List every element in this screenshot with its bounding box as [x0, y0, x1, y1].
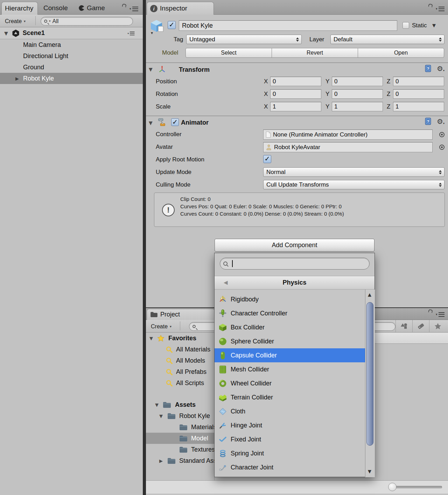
scroll-down-icon[interactable]: ▼: [368, 469, 371, 474]
position-y-field[interactable]: 0: [332, 77, 383, 86]
update-mode-dropdown[interactable]: Normal: [263, 167, 444, 177]
help-icon[interactable]: ?: [425, 118, 431, 125]
expand-arrow-icon[interactable]: ▼: [4, 31, 8, 36]
tab-project[interactable]: Project: [147, 309, 215, 320]
component-item-sphere-collider[interactable]: Sphere Collider: [215, 334, 365, 348]
gameobject-dropdown-icon[interactable]: ▾: [151, 31, 153, 35]
search-filter-arrow-icon[interactable]: ▾: [49, 20, 51, 23]
component-search-input[interactable]: [234, 260, 238, 267]
scene-menu-icon[interactable]: ▾: [127, 32, 134, 35]
apply-root-motion-checkbox[interactable]: ✓: [263, 155, 271, 163]
open-button[interactable]: Open: [358, 48, 444, 58]
gear-icon[interactable]: ⚙▾: [437, 65, 444, 72]
folder-icon: [179, 446, 188, 453]
project-item-materials[interactable]: Materials: [146, 421, 214, 433]
panel-menu-icon[interactable]: ▾: [436, 312, 444, 317]
project-item-all-models[interactable]: All Models: [146, 355, 214, 366]
project-item-all-prefabs[interactable]: All Prefabs: [146, 366, 214, 377]
project-item-favorites[interactable]: ▼Favorites: [146, 333, 214, 344]
layer-dropdown[interactable]: Default: [330, 35, 444, 44]
hierarchy-search-input[interactable]: [52, 18, 130, 25]
tab-hierarchy[interactable]: Hierarchy: [1, 2, 38, 15]
static-dropdown-icon[interactable]: ▼: [432, 23, 436, 28]
project-item-standard-assets[interactable]: ▶Standard Assets: [146, 455, 214, 466]
static-checkbox[interactable]: [402, 22, 409, 29]
expand-arrow-icon[interactable]: ▼: [159, 414, 163, 418]
component-item-character-joint[interactable]: Character Joint: [215, 460, 365, 474]
scale-x-field[interactable]: 1: [270, 102, 321, 111]
hierarchy-item-ground[interactable]: Ground: [0, 62, 143, 73]
hierarchy-create-button[interactable]: Create▾: [5, 17, 26, 26]
filter-by-label-button[interactable]: [412, 320, 429, 332]
project-item-model[interactable]: Model: [146, 433, 214, 444]
expand-arrow-icon[interactable]: ▶: [15, 76, 19, 81]
scale-y-field[interactable]: 1: [332, 102, 383, 111]
add-component-popup: Add Component ◀ Physics RigidbodyCharact…: [214, 239, 376, 477]
apply-root-motion-label: Apply Root Motion: [156, 156, 204, 163]
back-arrow-icon[interactable]: ◀: [224, 280, 228, 285]
culling-mode-dropdown[interactable]: Cull Update Transforms: [263, 180, 444, 189]
panel-menu-icon[interactable]: ▾: [130, 7, 138, 11]
component-item-character-controller[interactable]: Character Controller: [215, 306, 365, 320]
scale-z-field[interactable]: 1: [393, 102, 444, 111]
category-header[interactable]: ◀ Physics: [215, 276, 374, 290]
scrollbar-thumb[interactable]: [366, 302, 373, 446]
component-item-capsule-collider[interactable]: Capsule Collider: [215, 348, 365, 362]
component-item-hinge-joint[interactable]: Hinge Joint: [215, 418, 365, 432]
favorites-filter-button[interactable]: [429, 320, 446, 332]
add-component-button[interactable]: Add Component: [215, 239, 374, 252]
component-item-fixed-joint[interactable]: Fixed Joint: [215, 432, 365, 446]
expand-arrow-icon[interactable]: ▶: [159, 459, 163, 463]
position-z-field[interactable]: 0: [393, 77, 444, 86]
component-item-mesh-collider[interactable]: Mesh Collider: [215, 362, 365, 376]
project-item-robot-kyle[interactable]: ▼Robot Kyle: [146, 410, 214, 421]
controller-field[interactable]: None (Runtime Animator Controller): [263, 130, 433, 140]
project-item-textures[interactable]: Textures: [146, 444, 214, 455]
position-x-field[interactable]: 0: [270, 77, 321, 86]
avatar-picker-icon[interactable]: [439, 145, 444, 150]
scroll-up-icon[interactable]: ▲: [368, 292, 371, 297]
tab-console[interactable]: Console: [43, 4, 74, 13]
component-item-cloth[interactable]: Cloth: [215, 404, 365, 418]
project-item-all-scripts[interactable]: All Scripts: [146, 377, 214, 389]
filter-by-type-button[interactable]: [396, 320, 412, 332]
select-button[interactable]: Select: [186, 48, 272, 58]
component-search[interactable]: [220, 258, 370, 270]
zoom-slider-track[interactable]: [391, 486, 442, 488]
component-item-wheel-collider[interactable]: Wheel Collider: [215, 376, 365, 390]
project-item-all-materials[interactable]: All Materials: [146, 344, 214, 355]
scene-row[interactable]: ▼ Scene1 ▾: [0, 27, 143, 39]
hierarchy-item-robot-kyle[interactable]: ▶Robot Kyle: [0, 73, 143, 84]
transform-foldout-icon[interactable]: ▼: [149, 67, 153, 72]
component-item-rigidbody[interactable]: Rigidbody: [215, 292, 365, 306]
rotation-x-field[interactable]: 0: [270, 89, 321, 99]
hierarchy-search[interactable]: ▾: [41, 17, 133, 26]
component-item-box-collider[interactable]: Box Collider: [215, 320, 365, 334]
component-item-terrain-collider[interactable]: Terrain Collider: [215, 390, 365, 404]
hierarchy-item-directional-light[interactable]: Directional Light: [0, 50, 143, 62]
expand-arrow-icon[interactable]: ▼: [149, 336, 153, 341]
expand-arrow-icon[interactable]: ▼: [155, 403, 159, 407]
component-scrollbar[interactable]: ▲ ▼: [365, 290, 375, 477]
revert-button[interactable]: Revert: [272, 48, 358, 58]
rotation-y-field[interactable]: 0: [332, 89, 383, 99]
panel-menu-icon[interactable]: ▾: [436, 7, 444, 11]
tab-inspector[interactable]: i Inspector: [147, 2, 214, 15]
animator-foldout-icon[interactable]: ▼: [149, 120, 153, 125]
avatar-field[interactable]: Robot KyleAvatar: [263, 142, 433, 152]
tab-game[interactable]: Game: [79, 4, 114, 13]
gear-icon[interactable]: ⚙▾: [437, 118, 444, 125]
project-item-assets[interactable]: ▼Assets: [146, 399, 214, 410]
active-checkbox[interactable]: ✓: [168, 21, 176, 29]
controller-doc-icon: [266, 131, 271, 138]
animator-enabled-checkbox[interactable]: ✓: [171, 118, 179, 126]
rotation-z-field[interactable]: 0: [393, 89, 444, 99]
component-item-spring-joint[interactable]: Spring Joint: [215, 446, 365, 460]
tag-dropdown[interactable]: Untagged: [186, 35, 302, 44]
hierarchy-item-main-camera[interactable]: Main Camera: [0, 39, 143, 50]
controller-picker-icon[interactable]: [439, 132, 444, 137]
project-create-button[interactable]: Create▾: [151, 322, 172, 331]
help-icon[interactable]: ?: [425, 65, 431, 72]
zoom-slider-thumb[interactable]: [388, 483, 397, 491]
name-field[interactable]: [179, 20, 397, 31]
